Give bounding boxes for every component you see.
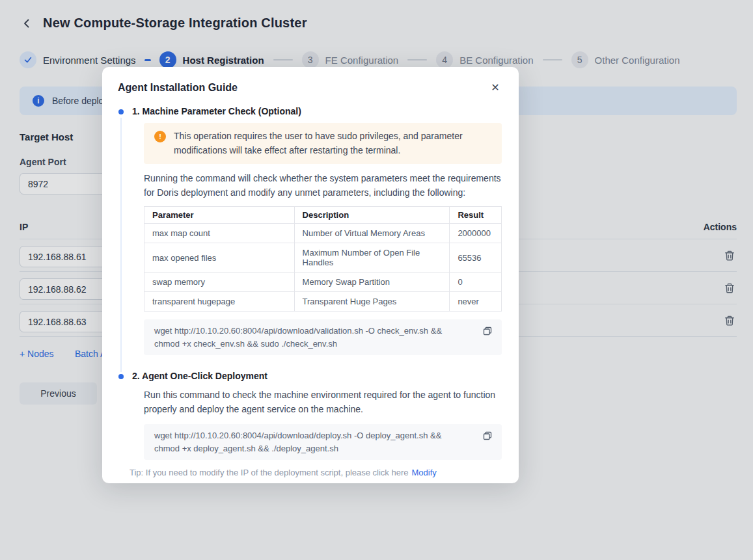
table-row: max map count Number of Virtual Memory A… xyxy=(144,224,502,243)
cell-parameter: swap memory xyxy=(144,273,295,292)
tip-row: Tip: If you need to modify the IP of the… xyxy=(130,468,502,477)
deploy-command-block: wget http://10.10.20.60:8004/api/downloa… xyxy=(144,424,502,460)
cell-parameter: transparent hugepage xyxy=(144,292,295,312)
cell-parameter: max map count xyxy=(144,224,295,243)
copy-icon[interactable] xyxy=(482,326,493,336)
bullet-dot-icon xyxy=(118,109,124,114)
th-parameter: Parameter xyxy=(144,207,295,224)
validation-command-text: wget http://10.10.20.60:8004/api/downloa… xyxy=(154,326,442,349)
cell-result: 2000000 xyxy=(450,224,502,243)
copy-icon[interactable] xyxy=(482,431,493,441)
sudo-warning-alert: ! This operation requires the user to ha… xyxy=(144,123,502,164)
th-result: Result xyxy=(450,207,502,224)
cell-result: 0 xyxy=(450,273,502,292)
cell-description: Maximum Number of Open File Handles xyxy=(294,243,450,273)
modal-title: Agent Installation Guide xyxy=(118,82,238,94)
cell-description: Memory Swap Partition xyxy=(294,273,450,292)
th-description: Description xyxy=(294,207,450,224)
table-row: max opened files Maximum Number of Open … xyxy=(144,243,502,273)
table-row: transparent hugepage Transparent Huge Pa… xyxy=(144,292,502,312)
deploy-command-text: wget http://10.10.20.60:8004/api/downloa… xyxy=(154,431,441,453)
table-header-row: Parameter Description Result xyxy=(144,207,502,224)
section-2-description: Run this command to check the machine en… xyxy=(144,388,502,416)
close-icon[interactable]: ✕ xyxy=(489,81,502,94)
validation-command-block: wget http://10.10.20.60:8004/api/downloa… xyxy=(144,319,502,355)
agent-installation-modal: Agent Installation Guide ✕ 1. Machine Pa… xyxy=(102,67,519,483)
section-1-title: 1. Machine Parameter Check (Optional) xyxy=(132,106,502,116)
parameters-table: Parameter Description Result max map cou… xyxy=(144,206,502,312)
section-machine-parameter-check: 1. Machine Parameter Check (Optional) ! … xyxy=(118,106,502,355)
cell-result: never xyxy=(450,292,502,312)
warning-icon: ! xyxy=(154,131,166,142)
table-row: swap memory Memory Swap Partition 0 xyxy=(144,273,502,292)
section-agent-deployment: 2. Agent One-Click Deployment Run this c… xyxy=(118,371,502,460)
cell-parameter: max opened files xyxy=(144,243,295,273)
bullet-dot-icon xyxy=(118,374,124,379)
section-2-title: 2. Agent One-Click Deployment xyxy=(132,371,502,381)
cell-result: 65536 xyxy=(450,243,502,273)
warning-text: This operation requires the user to have… xyxy=(174,129,491,158)
tip-text: Tip: If you need to modify the IP of the… xyxy=(130,468,409,477)
cell-description: Transparent Huge Pages xyxy=(294,292,450,312)
cell-description: Number of Virtual Memory Areas xyxy=(294,224,450,243)
section-1-description: Running the command will check whether t… xyxy=(144,171,502,200)
modify-link[interactable]: Modify xyxy=(412,468,437,477)
